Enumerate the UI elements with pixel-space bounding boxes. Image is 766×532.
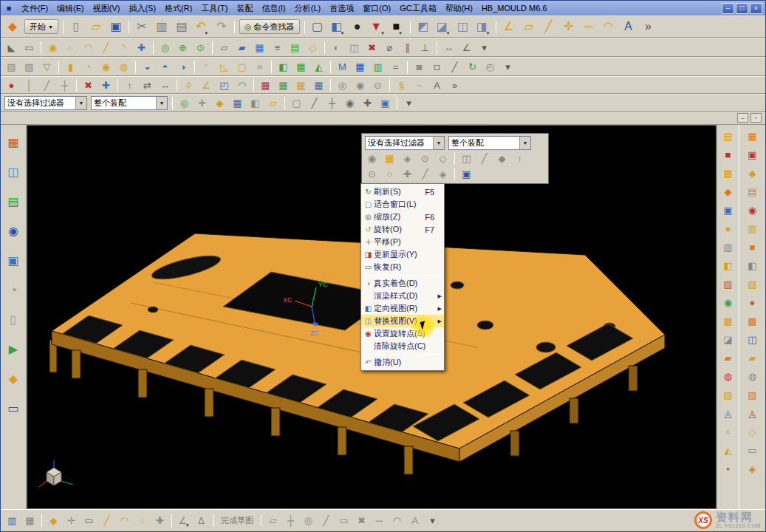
bottom-slash-icon[interactable]: ╱ (318, 513, 335, 528)
slant-line-icon[interactable]: ╱ (38, 78, 55, 93)
row1-more-icon[interactable]: » (639, 18, 658, 36)
snap-options-icon[interactable]: ◎ (176, 95, 193, 111)
pattern-feature-icon[interactable]: ▦ (293, 59, 310, 75)
menubar-item[interactable]: 首选项 (325, 1, 358, 16)
swap-direction-icon[interactable]: ⇄ (139, 78, 156, 93)
spline-tool-icon[interactable]: ~ (411, 78, 428, 93)
layer-visible-icon[interactable]: ▤ (287, 40, 304, 55)
move-object-icon[interactable]: M (334, 59, 351, 75)
bottom-arc-icon[interactable]: ◠ (389, 513, 406, 528)
display-window-icon[interactable]: ▢ (308, 18, 327, 36)
chevron-down-icon[interactable]: ▼ (433, 137, 444, 149)
sketch-icon[interactable]: ◉ (44, 40, 61, 55)
mold-tool-a15-icon[interactable]: ▧ (720, 387, 736, 403)
mold-tool-b04-icon[interactable]: ▤ (745, 184, 761, 200)
shaded-sphere-icon[interactable]: ● (348, 18, 367, 36)
menubar-item[interactable]: 信息(I) (257, 1, 290, 16)
mold-tool-b18-icon[interactable]: ▭ (745, 443, 761, 458)
mold-tool-b09-icon[interactable]: ▨ (745, 276, 761, 292)
roles-palette-icon[interactable]: ◆ (4, 370, 23, 388)
rect-select-icon[interactable]: ▭ (21, 40, 38, 55)
mold-tool-a08-icon[interactable]: ◧ (720, 258, 736, 273)
menu-item[interactable]: ◑真实着色(D) (361, 277, 444, 290)
diamond-tool-icon[interactable]: ◇ (304, 40, 321, 55)
view-front-icon[interactable]: ◨▾ (473, 18, 493, 36)
helix-tool-icon[interactable]: § (393, 78, 410, 93)
view-top-icon[interactable]: ◫ (454, 18, 473, 36)
mold-tool-b01-icon[interactable]: ▦ (745, 129, 761, 144)
extrude-icon[interactable]: ▮ (62, 59, 79, 75)
undo-icon[interactable]: ↶▾ (192, 18, 211, 36)
mold-tool-b03-icon[interactable]: ◆ (745, 166, 761, 181)
select-face-icon[interactable]: ◆ (211, 95, 228, 111)
menubar-item[interactable]: 窗口(O) (358, 1, 395, 16)
select-cursor-icon[interactable]: ◣ (3, 40, 20, 55)
mold-tool-a07-icon[interactable]: ▥ (720, 239, 736, 255)
sketch-cross-icon[interactable]: ✛ (63, 513, 80, 528)
minimize-button[interactable]: – (722, 3, 734, 14)
bottom-delete-icon[interactable]: ✖ (353, 513, 370, 528)
cut-icon[interactable]: ✂ (132, 18, 151, 36)
line-tool-icon[interactable]: ─ (579, 18, 598, 36)
menubar-item[interactable]: 插入(S) (124, 1, 160, 16)
mold-tool-b17-icon[interactable]: ◇ (745, 424, 761, 440)
mold-tool-b15-icon[interactable]: ▧ (745, 387, 761, 403)
bottom-plane-icon[interactable]: ▱ (264, 513, 281, 528)
mold-tool-a17-icon[interactable]: ▫ (720, 424, 736, 440)
quadrant-blue-icon[interactable]: ▦ (310, 78, 327, 93)
bottom-cross-icon[interactable]: ┼ (282, 513, 299, 528)
section-analysis-icon[interactable]: ◰ (216, 78, 233, 93)
target-point-icon[interactable]: ◎ (334, 78, 351, 93)
row3-more-icon[interactable]: ▾ (499, 59, 516, 75)
face-tool-icon[interactable]: ▰ (233, 40, 250, 55)
profile-line-icon[interactable]: ╱ (98, 40, 114, 55)
spreadsheet-icon[interactable]: ▥ (369, 59, 386, 75)
selection-scope-dropdown[interactable]: 整个装配▼ (91, 96, 168, 110)
menu-item[interactable]: ↻刷新(S)F5 (361, 185, 444, 198)
wireframe-mode-icon[interactable]: ◫ (346, 40, 363, 55)
sketch-arc-icon[interactable]: ◠ (116, 513, 133, 528)
expressions-icon[interactable]: = (387, 59, 404, 75)
sketch-circle-icon[interactable]: ○ (134, 513, 151, 528)
sketch-angle-icon[interactable]: ∠▾ (175, 513, 192, 528)
face-filter-icon[interactable]: ▽ (38, 59, 55, 75)
vertical-line-icon[interactable]: │ (21, 78, 38, 93)
point-snap-icon[interactable]: ✚ (133, 40, 150, 55)
layer-settings-icon[interactable]: ≡ (269, 40, 286, 55)
sketch-snap-icon[interactable]: ▦ (21, 513, 38, 528)
circle-tool-icon[interactable]: ○ (62, 40, 79, 55)
mold-tool-a05-icon[interactable]: ▣ (720, 202, 736, 218)
app-icon[interactable]: ■ (4, 3, 14, 13)
mold-tool-b11-icon[interactable]: ▩ (745, 313, 761, 329)
mold-tool-b08-icon[interactable]: ◧ (745, 258, 761, 273)
mold-tool-a02-icon[interactable]: ■ (720, 147, 736, 163)
menubar-item[interactable]: HB_MOULD M6.6 (477, 2, 552, 14)
delete-object-icon[interactable]: ✖ (80, 78, 97, 93)
update-model-icon[interactable]: ↻ (464, 59, 481, 75)
mirror-feature-icon[interactable]: ◧ (275, 59, 292, 75)
menu-item[interactable]: 渲染样式(D)▶ (361, 290, 444, 302)
unite-icon[interactable]: ◒ (139, 59, 156, 75)
new-file-icon[interactable]: ▯ (66, 18, 86, 36)
mold-tool-a19-icon[interactable]: ▪ (720, 461, 736, 477)
bottom-text-icon[interactable]: A (406, 513, 423, 528)
menubar-item[interactable]: GC工具箱 (395, 1, 441, 16)
snap-intersection-icon[interactable]: ┼ (324, 95, 341, 111)
snap-line-icon[interactable]: ╱ (306, 95, 323, 111)
object-info-icon[interactable]: ◘ (428, 59, 445, 75)
chevron-down-icon[interactable]: ▼ (75, 97, 86, 109)
perpendicular-dim-icon[interactable]: ⊥ (417, 40, 434, 55)
redo-icon[interactable]: ↷ (212, 18, 231, 36)
text-tool-icon[interactable]: A (619, 18, 638, 36)
mold-tool-a10-icon[interactable]: ◉ (720, 295, 736, 310)
internet-explorer-icon[interactable]: ▭ (4, 400, 23, 417)
chamfer-icon[interactable]: ◺ (216, 59, 233, 75)
datum-axis-icon[interactable]: ╱ (539, 18, 558, 36)
float-selection-filter-dropdown[interactable]: 没有选择过滤器▼ (365, 136, 445, 150)
menubar-item[interactable]: 文件(F) (17, 1, 52, 16)
process-studio-icon[interactable]: ▶ (4, 341, 23, 358)
child-restore-button[interactable]: ▫ (750, 113, 762, 123)
view-isometric-icon[interactable]: ◪▾ (434, 18, 453, 36)
assembly-navigator-icon[interactable]: ▦ (4, 134, 23, 151)
mold-tool-b12-icon[interactable]: ◫ (745, 332, 761, 347)
